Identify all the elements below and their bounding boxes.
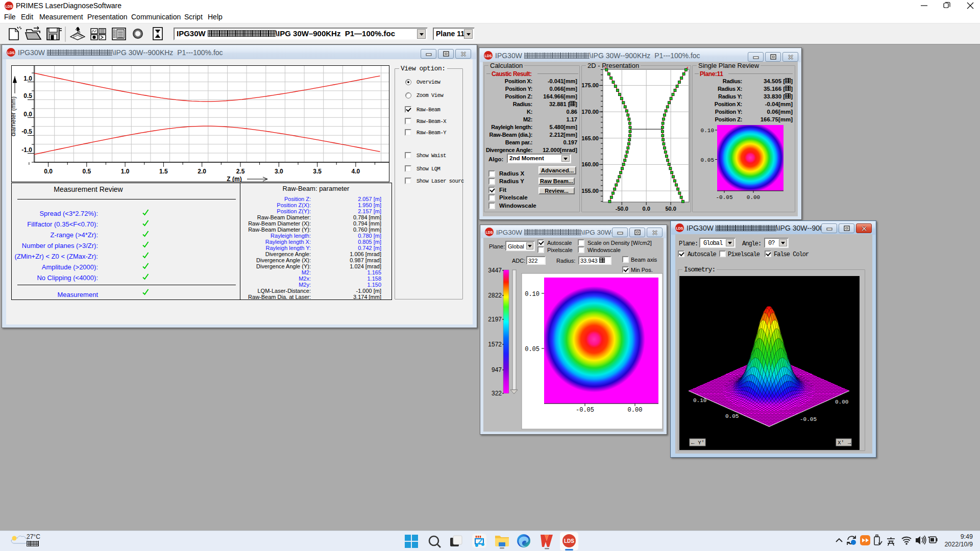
svg-text:1572: 1572 (488, 341, 502, 348)
svg-text:LDS: LDS (486, 231, 493, 234)
svg-text:1.0: 1.0 (23, 75, 32, 82)
svg-text:3447: 3447 (488, 267, 502, 274)
svg-text:160.00: 160.00 (582, 161, 599, 167)
svg-text:Z (m): Z (m) (227, 176, 241, 182)
svg-text:0.10: 0.10 (525, 291, 540, 298)
svg-text:X' →: X' → (838, 440, 851, 446)
svg-text:LDS: LDS (485, 54, 492, 58)
svg-text:0.10: 0.10 (701, 128, 714, 134)
svg-text:165.00: 165.00 (582, 135, 599, 141)
svg-text:-50.0: -50.0 (616, 206, 628, 212)
svg-text:0.05: 0.05 (725, 413, 739, 419)
svg-text:4.0: 4.0 (352, 168, 360, 175)
svg-text:-0.05: -0.05 (800, 416, 817, 422)
svg-text:LDS: LDS (6, 5, 13, 8)
svg-text:LDS: LDS (564, 538, 574, 544)
svg-text:-0.05: -0.05 (716, 194, 732, 201)
svg-text:2.5: 2.5 (236, 168, 245, 175)
svg-text:2822: 2822 (488, 292, 502, 299)
svg-text:3.5: 3.5 (313, 168, 322, 175)
svg-text:1.5: 1.5 (159, 168, 168, 175)
svg-text:0.10: 0.10 (693, 397, 706, 404)
svg-text:2.0: 2.0 (198, 168, 206, 175)
svg-text:0.0: 0.0 (44, 168, 53, 175)
svg-text:3.0: 3.0 (275, 168, 283, 175)
svg-text:0.05: 0.05 (701, 157, 714, 163)
svg-text:0.5: 0.5 (82, 168, 91, 175)
svg-text:1.0: 1.0 (121, 168, 130, 175)
svg-text:0.05: 0.05 (525, 346, 540, 353)
svg-text:322: 322 (492, 390, 502, 397)
svg-text:50.0: 50.0 (665, 206, 676, 212)
svg-text:0.00: 0.00 (747, 194, 760, 201)
svg-text:0.00: 0.00 (628, 407, 643, 414)
svg-text:2197: 2197 (488, 316, 502, 323)
svg-text:-0.5: -0.5 (21, 128, 32, 135)
svg-text:0.5: 0.5 (23, 92, 32, 99)
svg-text:175.00: 175.00 (582, 82, 599, 88)
svg-text:155.00: 155.00 (582, 188, 599, 194)
svg-text:-1.0: -1.0 (21, 146, 32, 154)
svg-text:diameter (mm): diameter (mm) (11, 96, 17, 136)
svg-text:0.0: 0.0 (643, 206, 650, 212)
svg-text:LDS: LDS (676, 227, 683, 230)
svg-text:-0.05: -0.05 (576, 407, 594, 414)
svg-text:170.00: 170.00 (582, 109, 599, 115)
svg-text:← Y': ← Y' (691, 440, 704, 446)
svg-text:0.00: 0.00 (835, 399, 848, 405)
svg-text:947: 947 (492, 366, 502, 373)
svg-text:LDS: LDS (8, 51, 15, 55)
svg-text:0.0: 0.0 (23, 111, 32, 118)
